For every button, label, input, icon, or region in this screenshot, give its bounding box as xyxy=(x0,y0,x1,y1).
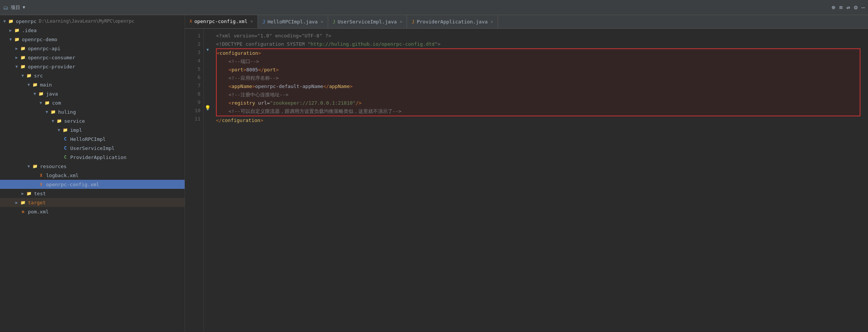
tree-item-ProviderApplication[interactable]: ▶ C ProviderApplication xyxy=(0,153,185,162)
tree-item-test[interactable]: 📁 test xyxy=(0,189,185,198)
folder-icon-api: 📁 xyxy=(20,45,26,51)
tree-label-HelloRPCImpl: HelloRPCImpl xyxy=(70,136,106,142)
tree-item-idea[interactable]: 📁 .idea xyxy=(0,26,185,35)
code-text-9c: url= xyxy=(255,99,270,107)
tab-openrpc-config[interactable]: X openrpc-config.xml ✕ xyxy=(185,15,258,28)
code-text-9a: < xyxy=(228,99,231,107)
code-text-9e: /> xyxy=(356,99,362,107)
tree-label-openrpc-config-xml: openrpc-config.xml xyxy=(46,182,99,187)
tab-close-HelloRPCImpl[interactable]: ✕ xyxy=(321,19,323,24)
tree-label-openrpc-provider: openrpc-provider xyxy=(28,64,75,69)
gutter-1 xyxy=(204,29,211,37)
tree-label-test: test xyxy=(34,191,46,196)
minimize-icon[interactable]: — xyxy=(861,4,865,11)
code-line-9: <registry url="zookeeper://127.0.0.1:218… xyxy=(217,99,860,107)
tree-item-openrpc-api[interactable]: 📁 openrpc-api xyxy=(0,44,185,53)
folder-icon-provider: 📁 xyxy=(20,63,26,69)
code-text-5b: port xyxy=(231,66,243,74)
folder-icon-demo: 📁 xyxy=(14,36,20,42)
tree-item-impl[interactable]: 📁 impl xyxy=(0,125,185,134)
tree-item-logback-xml[interactable]: ▶ X logback.xml xyxy=(0,171,185,180)
code-text-5c: > xyxy=(243,66,246,74)
tree-label-openrpc-root: openrpc xyxy=(16,19,37,24)
folder-icon: 📁 xyxy=(8,18,14,24)
tab-ProviderApplication[interactable]: J ProviderApplication.java ✕ xyxy=(407,15,498,28)
tree-item-pom-xml[interactable]: ▶ m pom.xml xyxy=(0,207,185,216)
code-editor[interactable]: 1 2 3 4 5 6 7 8 9 10 11 ▼ xyxy=(185,29,868,332)
folder-icon-target: 📁 xyxy=(20,199,26,205)
code-text-4: <!--端口--> xyxy=(228,57,259,66)
add-bookmark-icon[interactable]: ⊕ xyxy=(832,4,836,11)
code-text-11c: > xyxy=(260,116,263,125)
folder-icon-service: 📁 xyxy=(56,118,63,124)
tree-item-UserServiceImpl[interactable]: ▶ C UserServiceImpl xyxy=(0,144,185,153)
project-sidebar[interactable]: 📁 openrpc D:\Learning\JavaLearn\MyRPC\op… xyxy=(0,15,185,332)
tree-item-target[interactable]: 📁 target xyxy=(0,198,185,207)
code-text-2c: "> xyxy=(435,40,441,48)
class-icon-HelloRPCImpl: C xyxy=(62,136,69,142)
code-content[interactable]: <?xml version="1.0" encoding="UTF-8" ?> … xyxy=(211,29,868,332)
code-indent-6 xyxy=(217,74,228,82)
arrow-impl xyxy=(56,128,62,133)
arrow-test xyxy=(20,191,26,196)
gutter-8 xyxy=(204,87,211,95)
tree-item-resources[interactable]: 📁 resources xyxy=(0,162,185,171)
folder-icon-java: 📁 xyxy=(38,91,45,97)
highlight-box: <configuration> <!--端口--> <port>8005</po… xyxy=(216,48,860,116)
project-dropdown-icon[interactable]: ▼ xyxy=(23,5,25,10)
code-text-3c: > xyxy=(258,49,261,57)
code-line-3: <configuration> xyxy=(217,49,860,57)
tree-item-huling[interactable]: 📁 huling xyxy=(0,107,185,116)
tab-close-openrpc-config[interactable]: ✕ xyxy=(251,19,253,24)
code-indent-10 xyxy=(217,107,228,116)
code-text-5g: > xyxy=(276,66,279,74)
tab-icon-java-HelloRPCImpl: J xyxy=(262,19,265,25)
tree-item-openrpc-config-xml[interactable]: ▶ X openrpc-config.xml xyxy=(0,180,185,189)
tab-label-ProviderApplication: ProviderApplication.java xyxy=(417,19,488,25)
main-layout: 📁 openrpc D:\Learning\JavaLearn\MyRPC\op… xyxy=(0,15,868,332)
code-text-7g: > xyxy=(350,82,353,91)
tree-item-com[interactable]: 📁 com xyxy=(0,98,185,107)
title-bar-icons: ⊕ ≡ ⇌ ⚙ — xyxy=(832,4,865,11)
tree-item-HelloRPCImpl[interactable]: ▶ C HelloRPCImpl xyxy=(0,134,185,144)
arrow-com xyxy=(38,100,44,105)
folder-icon-resources: 📁 xyxy=(32,163,39,169)
code-text-7b: appName xyxy=(231,82,252,91)
tree-label-huling: huling xyxy=(58,109,76,115)
layout-icon[interactable]: ≡ xyxy=(839,4,843,11)
tree-item-openrpc-consumer[interactable]: 📁 openrpc-consumer xyxy=(0,53,185,62)
tree-item-openrpc-demo[interactable]: 📁 openrpc-demo xyxy=(0,35,185,44)
tab-UserServiceImpl[interactable]: J UserServiceImpl.java ✕ xyxy=(328,15,407,28)
arrow-resources xyxy=(26,164,32,169)
gutter-5 xyxy=(204,62,211,70)
tab-close-UserServiceImpl[interactable]: ✕ xyxy=(400,19,402,24)
code-text-7e: </ xyxy=(323,82,329,91)
gutter-fold-3[interactable]: ▼ xyxy=(204,45,211,54)
tree-label-java: java xyxy=(46,91,58,97)
arrow-idea xyxy=(8,28,14,33)
code-text-6: <!--应用程序名称--> xyxy=(228,74,279,82)
tree-item-openrpc-root[interactable]: 📁 openrpc D:\Learning\JavaLearn\MyRPC\op… xyxy=(0,17,185,26)
gutter-bulb-10[interactable]: 💡 xyxy=(204,103,211,112)
code-text-11b: configuration xyxy=(222,116,261,125)
code-line-10: <!--可以自定义限流器，跟调用方设置负载均衡策略类似，这里就不演示了--> xyxy=(217,107,860,116)
tree-item-service[interactable]: 📁 service xyxy=(0,116,185,125)
sync-icon[interactable]: ⇌ xyxy=(846,4,850,11)
folder-icon-src: 📁 xyxy=(26,73,32,79)
settings-icon[interactable]: ⚙ xyxy=(854,4,858,11)
project-label[interactable]: 项目 xyxy=(11,4,20,11)
tree-item-src[interactable]: 📁 src xyxy=(0,71,185,80)
tree-label-service: service xyxy=(64,118,85,124)
tree-item-openrpc-provider[interactable]: 📁 openrpc-provider xyxy=(0,62,185,71)
code-text-8: <!--注册中心连接地址--> xyxy=(228,91,288,99)
code-indent-7 xyxy=(217,82,228,91)
folder-icon-idea: 📁 xyxy=(14,27,20,33)
tab-close-ProviderApplication[interactable]: ✕ xyxy=(491,19,493,24)
code-text-5a: < xyxy=(228,66,231,74)
tree-item-java[interactable]: 📁 java xyxy=(0,89,185,98)
tab-HelloRPCImpl[interactable]: J HelloRPCImpl.java ✕ xyxy=(258,15,328,28)
gutter-9 xyxy=(204,95,211,103)
gutter-7 xyxy=(204,79,211,87)
tree-item-main[interactable]: 📁 main xyxy=(0,80,185,89)
arrow-openrpc-consumer xyxy=(14,55,20,60)
